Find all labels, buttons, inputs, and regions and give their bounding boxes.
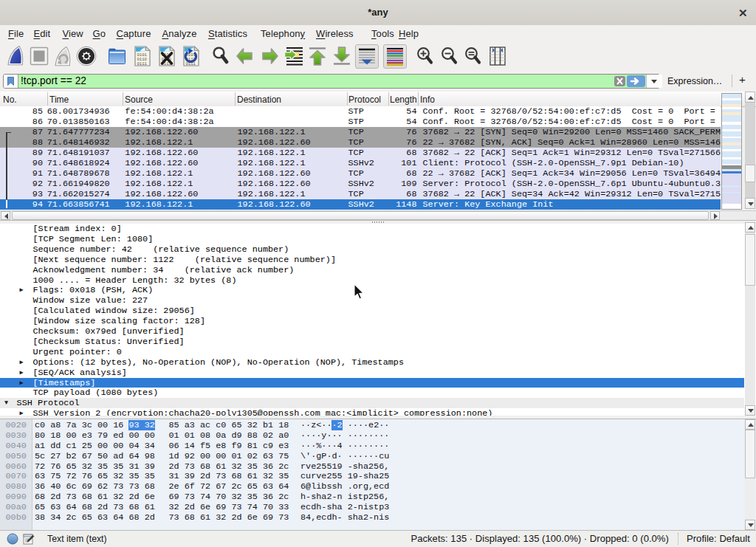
svg-text:0111: 0111 <box>137 61 148 66</box>
